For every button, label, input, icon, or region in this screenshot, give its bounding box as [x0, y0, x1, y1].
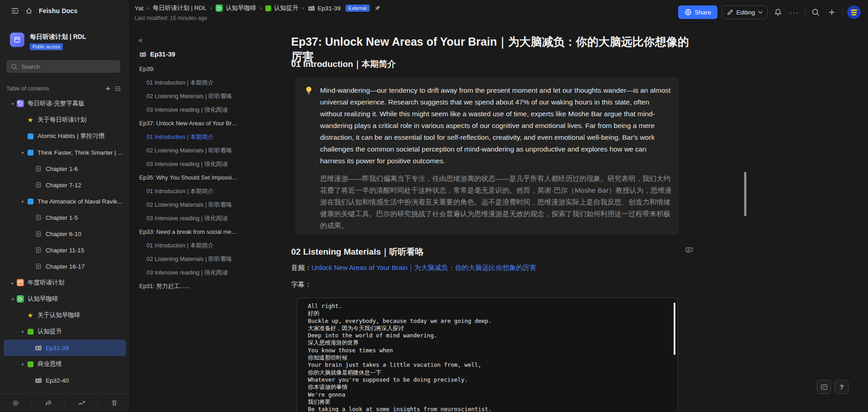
coffee-icon	[17, 295, 24, 303]
tree-item[interactable]: Ep32-40	[4, 372, 126, 388]
trash-icon[interactable]	[106, 398, 123, 408]
doc-tree: ▾每日听读-完整字幕版★关于每日听读计划Atomic Habits | 掌控习惯…	[0, 95, 130, 388]
outline-item[interactable]: 01 Introduction | 本期简介	[130, 185, 244, 198]
outline-item[interactable]: 01 Introduction | 本期简介	[130, 239, 244, 252]
outline-item[interactable]: Ep35: Why You Should Set Impossible Goal…	[130, 171, 244, 185]
toc-settings-icon[interactable]	[113, 84, 123, 94]
notebook-green-icon	[28, 329, 33, 335]
settings-icon[interactable]	[7, 398, 24, 408]
breadcrumb-item[interactable]: 认知提升	[265, 4, 298, 12]
outline-panel: « Ep31-39 Ep39:01 Introduction | 本期简介02 …	[130, 25, 244, 412]
question-icon: ?	[840, 383, 844, 391]
audio-link[interactable]: Unlock New Areas of Your Brain｜为大脑减负：你的大…	[311, 264, 536, 271]
search-icon	[11, 63, 18, 70]
page-scrollbar[interactable]	[744, 172, 746, 216]
home-icon[interactable]	[25, 7, 33, 14]
transcript-line: Your brain just takes a little vacation …	[308, 361, 664, 369]
outline-item[interactable]: Ep39:	[130, 62, 244, 76]
caret-down-icon[interactable]: ▾	[9, 101, 16, 106]
outline-item[interactable]: 01 Introduction | 本期简介	[130, 130, 244, 144]
tree-item[interactable]: ▾认知早咖啡	[4, 291, 126, 307]
breadcrumb-item[interactable]: Yat	[135, 5, 143, 12]
tree-item-label: 认知提升	[38, 327, 65, 336]
outline-item[interactable]: 03 Intensive reading | 强化阅读	[130, 266, 244, 279]
outline-item[interactable]: 03 Intensive reading | 强化阅读	[130, 212, 244, 225]
tree-item[interactable]: Chapter 1-5	[4, 209, 126, 226]
section-heading-2: 02 Listening Materials｜听听看咯	[291, 246, 424, 258]
help-button[interactable]: ?	[835, 380, 849, 394]
search-input[interactable]	[21, 63, 103, 70]
stats-icon[interactable]	[73, 398, 90, 408]
avatar[interactable]	[847, 5, 861, 19]
breadcrumb-item[interactable]: Ep31-39	[308, 5, 341, 12]
share-arrow-icon[interactable]	[40, 398, 57, 408]
tree-item[interactable]: Ep31-39	[4, 340, 126, 356]
transcript-line: 好的	[308, 310, 664, 317]
tree-item[interactable]: ▾认知提升	[4, 323, 126, 340]
tree-item[interactable]: ▾The Almanack of Naval Ravik...	[4, 193, 126, 209]
caret-down-icon[interactable]: ▾	[19, 150, 26, 155]
outline-item[interactable]: 02 Listening Materials | 听听看咯	[130, 198, 244, 212]
calendar-icon	[17, 279, 24, 286]
search-box[interactable]	[6, 60, 120, 73]
tree-item-label: 关于认知早咖啡	[38, 311, 83, 319]
notebook-green-icon	[265, 5, 271, 11]
tree-item[interactable]: Chapter 7-12	[4, 177, 126, 193]
outline-item[interactable]: 03 Intensive reading | 强化阅读	[130, 103, 244, 117]
outline-item[interactable]: 02 Listening Materials | 听听看咯	[130, 144, 244, 157]
subtitle-label: 字幕：	[291, 280, 311, 289]
tree-item[interactable]: ▾每日听读-完整字幕版	[4, 95, 126, 112]
outline-doc-title[interactable]: Ep31-39	[139, 51, 175, 58]
outline-item[interactable]: 01 Introduction | 本期简介	[130, 76, 244, 90]
share-button[interactable]: Share	[678, 5, 717, 19]
tree-item[interactable]: ★关于认知早咖啡	[4, 307, 126, 323]
more-menu-icon[interactable]: ···	[788, 6, 800, 18]
tree-item-label: 关于每日听读计划	[38, 116, 89, 124]
transcript-line: 你本该做的事情	[308, 384, 664, 391]
search-icon[interactable]	[810, 6, 821, 18]
add-page-button[interactable]: +	[103, 84, 113, 94]
breadcrumb-item[interactable]: 每日听读计划 | RDL	[153, 4, 207, 12]
breadcrumb-separator: >	[146, 5, 149, 11]
outline-item[interactable]: 02 Listening Materials | 听听看咯	[130, 90, 244, 103]
tree-item[interactable]: Chapter 1-6	[4, 161, 126, 177]
tree-item-label: Think Faster, Think Smarter | ...	[38, 149, 126, 156]
tree-item[interactable]: ▾Think Faster, Think Smarter | ...	[4, 144, 126, 161]
tree-item[interactable]: Chapter 6-10	[4, 226, 126, 242]
breadcrumb-separator: >	[259, 5, 262, 11]
notifications-icon[interactable]	[772, 6, 784, 18]
caret-down-icon[interactable]: ▾	[19, 329, 26, 334]
outline-item[interactable]: Ep33: Need a break from social media | 沉…	[130, 225, 244, 239]
tree-item-label: Chapter 1-5	[46, 214, 80, 221]
tree-item[interactable]: Atomic Habits | 掌控习惯	[4, 128, 126, 144]
code-scrollbar[interactable]	[674, 303, 675, 355]
caret-down-icon[interactable]: ▾	[19, 362, 26, 367]
breadcrumb: Yat>每日听读计划 | RDL>认知早咖啡>认知提升>Ep31-39 Exte…	[135, 4, 381, 12]
breadcrumb-item[interactable]: 认知早咖啡	[216, 4, 256, 12]
outline-item[interactable]: Ep31: 努力赶工......	[130, 279, 244, 293]
editing-mode-button[interactable]: Editing	[722, 5, 768, 19]
outline-item[interactable]: Ep37: Unlock New Areas of Your Brain | 为…	[130, 117, 244, 130]
document-icon	[35, 182, 42, 188]
comment-icon[interactable]	[685, 246, 693, 254]
outline-item[interactable]: 03 Intensive reading | 强化阅读	[130, 157, 244, 171]
pin-icon[interactable]	[374, 5, 381, 11]
workspace-card[interactable]: 每日听读计划 | RDL Public access	[10, 33, 86, 50]
create-new-icon[interactable]	[826, 6, 838, 18]
outline-item[interactable]: 02 Listening Materials | 听听看咯	[130, 252, 244, 266]
tree-item[interactable]: ▸年度听读计划	[4, 275, 126, 291]
collapse-outline-icon[interactable]: «	[138, 36, 142, 45]
tree-item[interactable]: ▾商业思维	[4, 356, 126, 372]
lightbulb-icon	[304, 85, 314, 229]
caret-down-icon[interactable]: ▾	[19, 199, 26, 204]
breadcrumb-label: Ep31-39	[318, 5, 341, 12]
annotate-button[interactable]	[817, 380, 831, 394]
tree-item[interactable]: Chapter 16-17	[4, 258, 126, 275]
collapse-sidebar-icon[interactable]	[11, 7, 19, 14]
caret-right-icon[interactable]: ▸	[9, 280, 16, 285]
tree-item[interactable]: ★关于每日听读计划	[4, 112, 126, 128]
transcript-code-block: All right.好的Buckle up, everybody, becaus…	[297, 298, 678, 412]
caret-down-icon[interactable]: ▾	[9, 297, 16, 302]
tree-item[interactable]: Chapter 11-15	[4, 242, 126, 258]
breadcrumb-label: Yat	[135, 5, 143, 12]
